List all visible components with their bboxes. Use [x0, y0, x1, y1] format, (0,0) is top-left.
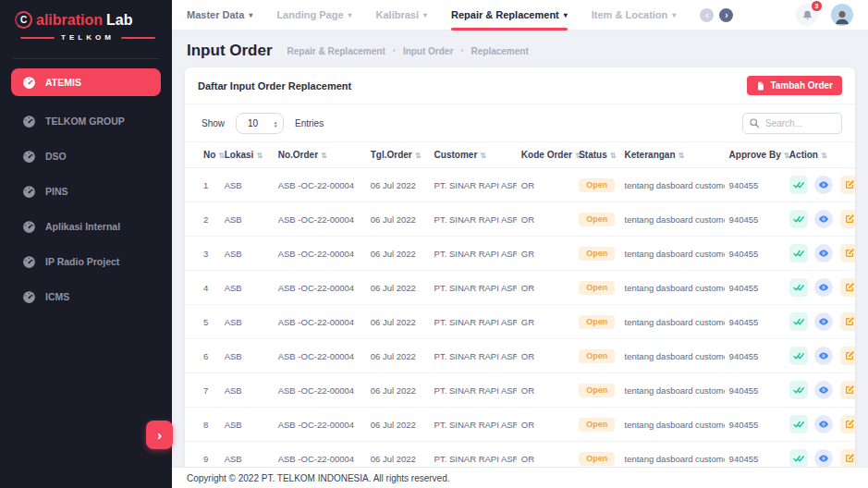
col-header-action[interactable]: Action⇅	[785, 142, 855, 168]
cell-lokasi: ASB	[220, 442, 274, 468]
approve-button[interactable]	[789, 347, 808, 365]
col-header-label: Customer	[434, 150, 478, 160]
double-check-icon	[793, 419, 804, 430]
select-arrows-icon: ▴▾	[275, 120, 277, 128]
col-header-label: Tgl.Order	[371, 150, 412, 160]
caret-down-icon: ▾	[423, 11, 427, 19]
eye-icon	[818, 248, 829, 259]
approve-button[interactable]	[789, 244, 808, 262]
status-badge: Open	[579, 418, 615, 432]
cell-tgl-order: 06 Jul 2022	[366, 168, 430, 202]
brand-line-left	[20, 37, 55, 39]
nav-back-button[interactable]: ‹	[700, 8, 714, 22]
cell-kode-order: OR	[517, 408, 574, 442]
edit-button[interactable]	[840, 176, 855, 194]
cell-lokasi: ASB	[220, 202, 274, 237]
eye-icon	[818, 316, 829, 327]
table-row: 8 ASB ASB -OC-22-00004 06 Jul 2022 PT. S…	[185, 408, 855, 442]
sidebar-item-telkom-group[interactable]: TELKOM GROUP	[11, 107, 161, 135]
cell-keterangan: tentang dasboard customer	[620, 237, 725, 271]
edit-button[interactable]	[840, 415, 855, 433]
view-button[interactable]	[814, 449, 833, 467]
nav-item-kalibrasi[interactable]: Kalibrasi ▾	[376, 0, 427, 30]
sidebar-item-dso[interactable]: DSO	[11, 142, 161, 170]
cell-approve-by: 940455	[725, 237, 785, 271]
cell-action	[785, 373, 855, 408]
breadcrumb-item[interactable]: Repair & Replacement	[287, 46, 385, 56]
cell-no-order: ASB -OC-22-00004	[274, 168, 366, 202]
edit-button[interactable]	[840, 449, 855, 467]
edit-button[interactable]	[840, 244, 855, 262]
cell-tgl-order: 06 Jul 2022	[366, 237, 430, 271]
status-badge: Open	[579, 349, 615, 363]
nav-item-repair-replacement[interactable]: Repair & Replacement ▾	[451, 0, 568, 30]
col-header-tgl-order[interactable]: Tgl.Order⇅	[366, 142, 430, 168]
approve-button[interactable]	[789, 449, 808, 467]
brand-name-white: Lab	[106, 12, 132, 29]
sidebar-item-ip-radio-project[interactable]: IP Radio Project	[11, 248, 161, 275]
view-button[interactable]	[814, 176, 833, 194]
view-button[interactable]	[814, 244, 833, 262]
view-button[interactable]	[814, 415, 833, 433]
nav-item-landing-page[interactable]: Landing Page ▾	[276, 0, 351, 30]
col-header-no-order[interactable]: No.Order⇅	[274, 142, 366, 168]
approve-button[interactable]	[789, 312, 808, 331]
col-header-approve-by[interactable]: Approve By⇅	[725, 142, 785, 168]
col-header-lokasi[interactable]: Lokasi⇅	[220, 142, 274, 168]
sidebar-toggle-button[interactable]: ›	[146, 421, 173, 449]
breadcrumb-separator: •	[460, 46, 463, 55]
breadcrumb-item[interactable]: Input Order	[403, 46, 453, 56]
col-header-customer[interactable]: Customer⇅	[430, 142, 517, 168]
tambah-order-label: Tambah Order	[770, 80, 833, 91]
sidebar-item-icms[interactable]: ICMS	[11, 283, 161, 311]
sidebar-item-aplikasi-internal[interactable]: Aplikasi Internal	[11, 213, 161, 240]
cell-keterangan: tentang dasboard customer	[620, 408, 725, 442]
page-size-select[interactable]: 10 ▴▾	[236, 113, 284, 134]
col-header-no[interactable]: No⇅	[185, 142, 220, 168]
page-title: Input Order	[187, 42, 273, 60]
col-header-keterangan[interactable]: Keterangan⇅	[620, 142, 725, 168]
bell-icon	[801, 9, 813, 21]
cell-status: Open	[574, 202, 619, 237]
nav-item-item-location[interactable]: Item & Location ▾	[592, 0, 677, 30]
cell-lokasi: ASB	[220, 339, 274, 373]
approve-button[interactable]	[789, 278, 808, 297]
view-button[interactable]	[814, 278, 833, 297]
eye-icon	[818, 214, 829, 225]
cell-no-order: ASB -OC-22-00004	[274, 339, 366, 373]
approve-button[interactable]	[789, 381, 808, 399]
edit-button[interactable]	[840, 278, 855, 297]
approve-button[interactable]	[789, 415, 808, 433]
cell-action	[785, 305, 855, 339]
sidebar-item-label: Aplikasi Internal	[45, 221, 120, 232]
nav-item-master-data[interactable]: Master Data ▾	[187, 0, 252, 30]
approve-button[interactable]	[789, 210, 808, 228]
sidebar-item-atemis[interactable]: ATEMIS	[11, 68, 161, 96]
main-column: Master Data ▾ Landing Page ▾ Kalibrasi ▾…	[172, 0, 868, 488]
cell-no: 3	[185, 237, 220, 271]
view-button[interactable]	[814, 347, 833, 365]
col-header-status[interactable]: Status⇅	[574, 142, 619, 168]
notifications-button[interactable]: 3	[796, 4, 818, 26]
nav-forward-button[interactable]: ›	[719, 8, 733, 22]
tambah-order-button[interactable]: Tambah Order	[747, 76, 842, 95]
brand-logo-icon: C	[15, 11, 32, 29]
user-avatar[interactable]	[831, 4, 853, 26]
edit-button[interactable]	[840, 210, 855, 228]
col-header-kode-order[interactable]: Kode Order⇅	[517, 142, 574, 168]
edit-button[interactable]	[840, 312, 855, 331]
approve-button[interactable]	[789, 176, 808, 194]
table-row: 9 ASB ASB -OC-22-00004 06 Jul 2022 PT. S…	[185, 442, 855, 468]
view-button[interactable]	[814, 312, 833, 331]
notification-badge: 3	[812, 1, 822, 11]
sidebar-item-pins[interactable]: PINS	[11, 177, 161, 205]
table-row: 7 ASB ASB -OC-22-00004 06 Jul 2022 PT. S…	[185, 373, 855, 408]
edit-button[interactable]	[840, 381, 855, 399]
edit-button[interactable]	[840, 347, 855, 365]
table-row: 2 ASB ASB -OC-22-00004 06 Jul 2022 PT. S…	[185, 202, 855, 237]
view-button[interactable]	[814, 381, 833, 399]
page-content: Input Order Repair & Replacement • Input…	[172, 30, 868, 467]
breadcrumb-item[interactable]: Replacement	[471, 46, 528, 56]
view-button[interactable]	[814, 210, 833, 228]
status-badge: Open	[579, 452, 615, 466]
